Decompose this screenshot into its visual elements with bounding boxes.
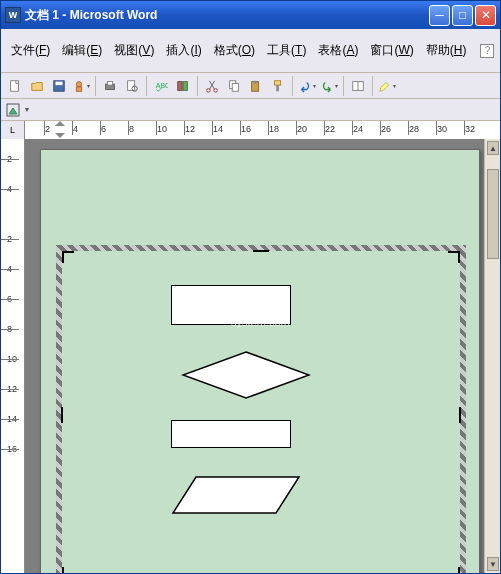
scroll-thumb[interactable]: [487, 169, 499, 259]
vruler-tick: 2: [7, 234, 12, 244]
menu-tools[interactable]: 工具(T): [261, 40, 312, 61]
canvas-handle-left[interactable]: [61, 407, 63, 423]
undo-icon[interactable]: ▾: [297, 76, 317, 96]
toolbar-standard: ▾ ABC ▾ ▾ ▾: [1, 73, 500, 99]
ruler-tick: 22: [325, 124, 335, 134]
vruler-tick: 14: [7, 414, 17, 424]
svg-rect-11: [183, 81, 187, 90]
menu-insert[interactable]: 插入(I): [160, 40, 207, 61]
close-button[interactable]: ✕: [475, 5, 496, 26]
canvas-handle-tr[interactable]: [448, 251, 460, 263]
svg-rect-15: [232, 83, 238, 91]
reading-layout-icon[interactable]: [348, 76, 368, 96]
scroll-down-icon[interactable]: ▼: [487, 557, 499, 571]
menu-window[interactable]: 窗口(W): [364, 40, 419, 61]
vruler-tick: 2: [7, 154, 12, 164]
vruler-tick: 8: [7, 324, 12, 334]
svg-rect-6: [107, 81, 112, 85]
open-icon[interactable]: [27, 76, 47, 96]
permission-icon[interactable]: ▾: [71, 76, 91, 96]
page: 统网 system.com: [40, 149, 480, 573]
ruler-tick: 12: [185, 124, 195, 134]
save-icon[interactable]: [49, 76, 69, 96]
ruler-tick: 24: [353, 124, 363, 134]
canvas-handle-right[interactable]: [459, 407, 461, 423]
ruler-tab-selector[interactable]: L: [1, 121, 25, 139]
menu-help[interactable]: 帮助(H): [420, 40, 473, 61]
menubar: 文件(F) 编辑(E) 视图(V) 插入(I) 格式(O) 工具(T) 表格(A…: [1, 29, 500, 73]
ruler-tick: 26: [381, 124, 391, 134]
toolbar-view: ▾: [1, 99, 500, 121]
new-document-icon[interactable]: [5, 76, 25, 96]
ruler-tick: 14: [213, 124, 223, 134]
scroll-up-icon[interactable]: ▲: [487, 141, 499, 155]
ruler-tick: 32: [465, 124, 475, 134]
menu-table[interactable]: 表格(A): [312, 40, 364, 61]
horizontal-ruler[interactable]: L 2 4 6 8 10 12 14 16 18 20 22 24 26 28 …: [1, 121, 500, 139]
ruler-tick: 20: [297, 124, 307, 134]
ruler-tick: 28: [409, 124, 419, 134]
shape-diamond[interactable]: [181, 350, 311, 400]
svg-rect-4: [76, 86, 81, 90]
svg-point-3: [76, 81, 81, 86]
ruler-tick: 6: [101, 124, 106, 134]
svg-text:ABC: ABC: [156, 81, 168, 88]
print-preview-icon[interactable]: [122, 76, 142, 96]
svg-rect-17: [253, 80, 257, 83]
ruler-tick: 30: [437, 124, 447, 134]
svg-rect-19: [276, 85, 279, 91]
ruler-tick: 10: [157, 124, 167, 134]
ruler-tick: 18: [269, 124, 279, 134]
help-question-icon[interactable]: ?: [480, 44, 494, 58]
ruler-tick: 8: [129, 124, 134, 134]
minimize-button[interactable]: ─: [429, 5, 450, 26]
menu-format[interactable]: 格式(O): [208, 40, 261, 61]
paste-icon[interactable]: [246, 76, 266, 96]
ruler-tick: 16: [241, 124, 251, 134]
shape-rectangle-2[interactable]: [171, 420, 291, 448]
vertical-ruler[interactable]: 2 4 2 4 6 8 10 12 14 16: [1, 139, 25, 573]
vruler-tick: 12: [7, 384, 17, 394]
menu-file[interactable]: 文件(F): [5, 40, 56, 61]
canvas-handle-br[interactable]: [448, 567, 460, 573]
indent-marker[interactable]: [55, 121, 65, 138]
svg-point-12: [207, 88, 211, 92]
canvas-handle-top[interactable]: [253, 250, 269, 252]
vruler-tick: 16: [7, 444, 17, 454]
cut-icon[interactable]: [202, 76, 222, 96]
redo-icon[interactable]: ▾: [319, 76, 339, 96]
copy-icon[interactable]: [224, 76, 244, 96]
word-app-icon: W: [5, 7, 21, 23]
canvas-handle-bl[interactable]: [62, 567, 74, 573]
menu-view[interactable]: 视图(V): [108, 40, 160, 61]
svg-marker-24: [173, 477, 299, 513]
shape-parallelogram[interactable]: [171, 475, 301, 515]
svg-rect-7: [128, 80, 135, 90]
svg-rect-0: [11, 80, 19, 91]
format-painter-icon[interactable]: [268, 76, 288, 96]
ruler-tick: 4: [73, 124, 78, 134]
menu-edit[interactable]: 编辑(E): [56, 40, 108, 61]
vruler-tick: 6: [7, 294, 12, 304]
vertical-scrollbar[interactable]: ▲ ▼: [484, 139, 500, 573]
window-title: 文档 1 - Microsoft Word: [25, 7, 429, 24]
document-area[interactable]: 统网 system.com ▲ ▼: [25, 139, 500, 573]
canvas-handle-tl[interactable]: [62, 251, 74, 263]
svg-marker-23: [183, 352, 309, 398]
ruler-tick: 2: [45, 124, 50, 134]
print-icon[interactable]: [100, 76, 120, 96]
vruler-tick: 4: [7, 264, 12, 274]
svg-rect-2: [56, 81, 63, 85]
highlight-icon[interactable]: ▾: [377, 76, 397, 96]
svg-point-13: [214, 88, 218, 92]
vruler-tick: 10: [7, 354, 17, 364]
svg-rect-10: [178, 81, 182, 90]
vruler-tick: 4: [7, 184, 12, 194]
maximize-button[interactable]: □: [452, 5, 473, 26]
shape-rectangle-1[interactable]: [171, 285, 291, 325]
view-selector-icon[interactable]: [5, 102, 21, 118]
research-icon[interactable]: [173, 76, 193, 96]
svg-rect-18: [275, 80, 281, 84]
spelling-icon[interactable]: ABC: [151, 76, 171, 96]
titlebar: W 文档 1 - Microsoft Word ─ □ ✕: [1, 1, 500, 29]
